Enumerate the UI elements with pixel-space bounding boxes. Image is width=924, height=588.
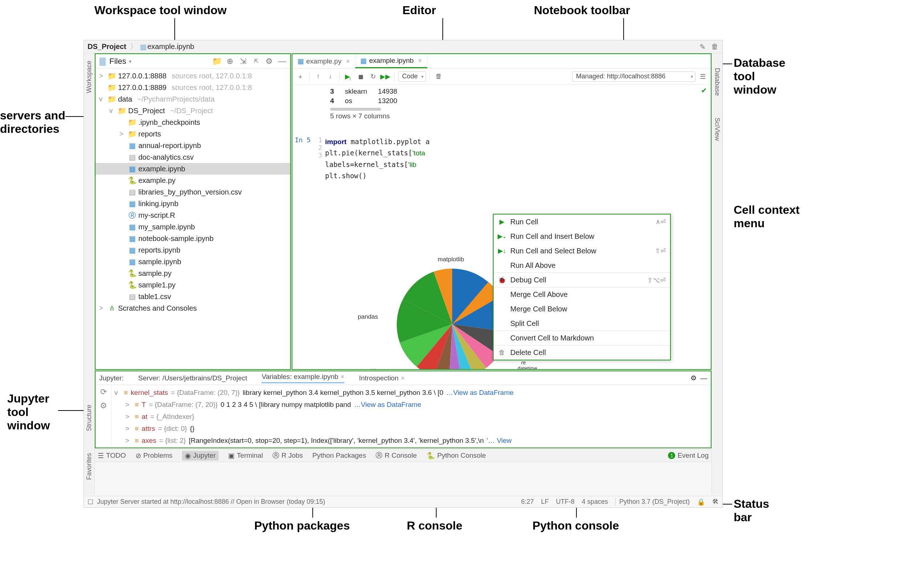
- jup-hide-icon[interactable]: —: [700, 374, 707, 382]
- delete-cell-button[interactable]: 🗑: [434, 71, 444, 82]
- editor-tab-example-ipynb[interactable]: ▦example.ipynb×: [355, 54, 427, 68]
- tree-item-notebook-sample-ipynb[interactable]: ▦notebook-sample.ipynb: [96, 233, 290, 244]
- edit-icon[interactable]: ✎: [698, 43, 706, 51]
- var-kernel_stats[interactable]: v≡ kernel_stats = {DataFrame: (20, 7)} l…: [114, 387, 708, 399]
- tool-pypkg[interactable]: Python Packages: [312, 451, 366, 460]
- tree-item-ds-project[interactable]: v📁DS_Project~/DS_Project: [96, 105, 290, 117]
- code-cell[interactable]: In 5 123 import matplotlib.pyplot aplt.p…: [292, 135, 711, 181]
- tree-item-my-script-r[interactable]: Ⓡmy-script.R: [96, 209, 290, 221]
- toolbar-more-icon[interactable]: ☰: [698, 71, 708, 82]
- jup-settings2-icon[interactable]: ⚙: [100, 401, 107, 410]
- status-indent[interactable]: 4 spaces: [582, 498, 608, 506]
- collapse-icon[interactable]: ⇱: [251, 56, 261, 66]
- tool-terminal[interactable]: ▣ Terminal: [228, 451, 263, 460]
- tree-item-my-sample-ipynb[interactable]: ▦my_sample.ipynb: [96, 221, 290, 233]
- workspace-tab[interactable]: Files: [109, 57, 126, 66]
- status-lf[interactable]: LF: [541, 498, 549, 506]
- jup-refresh-icon[interactable]: ⟳: [100, 387, 107, 397]
- ctx-merge-cell-above[interactable]: Merge Cell Above: [493, 287, 670, 301]
- tree-item-sample-py[interactable]: 🐍sample.py: [96, 267, 290, 279]
- restart-button[interactable]: ↻: [368, 71, 378, 82]
- ctx-split-cell[interactable]: Split Cell: [493, 316, 670, 331]
- tree-item-data[interactable]: v📁data~/PycharmProjects/data: [96, 93, 290, 105]
- cell-type-combo[interactable]: Code: [398, 71, 426, 82]
- ctx-run-cell-and-insert-below[interactable]: ▶₊Run Cell and Insert Below: [493, 229, 670, 244]
- breadcrumb-project[interactable]: DS_Project: [87, 43, 126, 51]
- locate-icon[interactable]: ⊕: [225, 56, 235, 66]
- tree-item-reports[interactable]: >📁reports: [96, 128, 290, 140]
- status-interpreter[interactable]: Python 3.7 (DS_Project): [615, 498, 690, 506]
- tree-item-libraries-by-python-version-csv[interactable]: ▤libraries_by_python_version.csv: [96, 186, 290, 198]
- jup-intro-tab[interactable]: Introspection ×: [359, 374, 404, 382]
- dropdown-icon[interactable]: ▾: [129, 58, 132, 64]
- var-attrs[interactable]: >≡ attrs = {dict: 0} {}: [114, 422, 708, 435]
- status-lock-icon[interactable]: 🔒: [697, 498, 705, 506]
- expand-icon[interactable]: ⇲: [238, 56, 248, 66]
- code-area[interactable]: import matplotlib.pyplot aplt.pie(kernel…: [325, 135, 711, 181]
- notebook-icon: ▦: [139, 43, 147, 51]
- gutter-favorites[interactable]: Favorites: [85, 453, 93, 480]
- new-folder-icon[interactable]: 📁: [212, 56, 222, 66]
- var-axes[interactable]: >≡ axes = {list: 2} [RangeIndex(start=0,…: [114, 435, 708, 446]
- gutter-workspace[interactable]: Workspace: [85, 61, 93, 93]
- jup-server-tab[interactable]: Server: /Users/jetbrains/DS_Project: [139, 374, 248, 382]
- ctx-run-cell-and-select-below[interactable]: ▶↓Run Cell and Select Below⇧⏎: [493, 244, 670, 258]
- jup-settings-icon[interactable]: ⚙: [690, 374, 696, 382]
- settings-icon[interactable]: ⚙: [264, 56, 274, 66]
- tree-item-127-0-0-1-8888[interactable]: >📁127.0.0.1:8888sources root, 127.0.0.1:…: [96, 70, 290, 82]
- gutter-structure[interactable]: Structure: [85, 405, 93, 431]
- status-hints-icon[interactable]: ☐: [87, 498, 93, 506]
- tree-item-scratches-and-consoles[interactable]: >⋔Scratches and Consoles: [96, 302, 290, 314]
- move-down-button[interactable]: ↓: [325, 71, 336, 82]
- breadcrumb-file[interactable]: example.ipynb: [147, 43, 194, 51]
- ctx-delete-cell[interactable]: 🗑Delete Cell: [493, 345, 670, 360]
- tree-item-doc-analytics-csv[interactable]: ▤doc-analytics.csv: [96, 152, 290, 163]
- tree-item--ipynb-checkpoints[interactable]: 📁.ipynb_checkpoints: [96, 117, 290, 128]
- tool-rjobs[interactable]: Ⓡ R Jobs: [272, 451, 303, 460]
- run-cell-button[interactable]: ▶I: [343, 71, 353, 82]
- hide-icon[interactable]: —: [277, 56, 287, 66]
- ctx-debug-cell[interactable]: 🐞Debug Cell⇧⌥⏎: [493, 273, 670, 287]
- tool-problems[interactable]: ⊘ Problems: [135, 451, 173, 460]
- tree-item-sample-ipynb[interactable]: ▦sample.ipynb: [96, 256, 290, 267]
- stop-button[interactable]: ◼: [356, 71, 366, 82]
- jup-vars-tab[interactable]: Variables: example.ipynb ×: [262, 373, 344, 383]
- run-all-button[interactable]: ▶▶: [380, 71, 391, 82]
- status-tools-icon[interactable]: 🛠: [712, 498, 719, 506]
- gutter-sciview[interactable]: SciView: [713, 118, 721, 141]
- var-T[interactable]: >≡ T = {DataFrame: (7, 20)} 0 1 2 3 4 5 …: [114, 399, 708, 410]
- tree-item-example-ipynb[interactable]: ▦example.ipynb: [96, 163, 290, 175]
- trash-icon[interactable]: 🗑: [711, 43, 719, 51]
- tool-rconsole[interactable]: Ⓡ R Console: [376, 451, 417, 460]
- ctx-merge-cell-below[interactable]: Merge Cell Below: [493, 301, 670, 316]
- add-cell-button[interactable]: ＋: [295, 71, 305, 82]
- status-cursor[interactable]: 6:27: [521, 498, 534, 506]
- tree-item-127-0-0-1-8889[interactable]: 📁127.0.0.1:8889sources root, 127.0.0.1:8: [96, 82, 290, 93]
- annot-nb-toolbar: Notebook toolbar: [534, 3, 630, 17]
- tree-item-example-py[interactable]: 🐍example.py: [96, 175, 290, 186]
- output-block: 3sklearn149384os13200 5 rows × 7 columns: [292, 87, 711, 120]
- tree-item-reports-ipynb[interactable]: ▦reports.ipynb: [96, 244, 290, 256]
- move-up-button[interactable]: ↑: [313, 71, 323, 82]
- tree-item-table1-csv[interactable]: ▤table1.csv: [96, 291, 290, 302]
- tree-item-annual-report-ipynb[interactable]: ▦annual-report.ipynb: [96, 140, 290, 152]
- tool-eventlog[interactable]: 1 Event Log: [668, 451, 709, 460]
- tree-item-sample1-py[interactable]: 🐍sample1.py: [96, 279, 290, 291]
- notebook-toolbar: ＋ ↑ ↓ ▶I ◼ ↻ ▶▶ Code 🗑 Managed: http://l…: [292, 69, 711, 84]
- var-at[interactable]: >≡ at = {_AtIndexer}: [114, 410, 708, 422]
- server-combo[interactable]: Managed: http://localhost:8886: [572, 71, 696, 82]
- ctx-convert-cell-to-markdown[interactable]: Convert Cell to Markdown: [493, 331, 670, 345]
- ctx-run-cell[interactable]: ▶Run Cell∧⏎: [493, 214, 670, 229]
- editor-tab-example-py[interactable]: ▦example.py×: [292, 54, 355, 68]
- tree-item-linking-ipynb[interactable]: ▦linking.ipynb: [96, 198, 290, 209]
- editor-panel: ▦example.py×▦example.ipynb× ＋ ↑ ↓ ▶I ◼ ↻…: [292, 53, 711, 370]
- ctx-run-all-above[interactable]: Run All Above: [493, 258, 670, 273]
- right-gutter: Database SciView: [711, 53, 723, 494]
- tool-pyconsole[interactable]: 🐍 Python Console: [426, 451, 486, 460]
- gutter-database[interactable]: Database: [713, 68, 721, 96]
- tool-jupyter[interactable]: ◉ Jupyter: [182, 451, 219, 461]
- tool-todo[interactable]: ☰ TODO: [98, 451, 126, 460]
- status-bar: ☐ Jupyter Server started at http://local…: [84, 496, 723, 507]
- output-scroll[interactable]: [330, 108, 381, 111]
- status-enc[interactable]: UTF-8: [556, 498, 574, 506]
